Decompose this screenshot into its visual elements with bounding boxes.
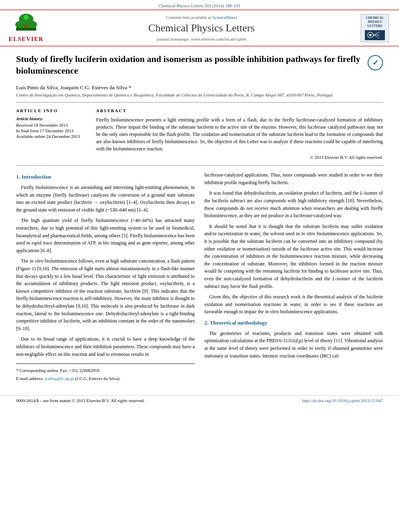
article-info-heading: ARTICLE INFO xyxy=(16,108,86,113)
received-line: Received 18 November 2013 xyxy=(16,123,86,127)
journal-homepage: journal homepage: www.elsevier.com/locat… xyxy=(48,37,355,41)
section2-heading: 2. Theoretical methodology xyxy=(204,319,383,327)
elsevier-wordmark: ELSEVIER xyxy=(9,36,44,43)
abstract-block: ABSTRACT Firefly bioluminescence present… xyxy=(96,108,383,160)
email-label: E-mail address: xyxy=(16,376,44,381)
svg-point-4 xyxy=(27,21,37,28)
intro-para-2: The high quantum yield of firefly biolum… xyxy=(16,217,195,254)
cpl-logo-image xyxy=(365,30,385,40)
title-row: Study of firefly luciferin oxidation and… xyxy=(16,53,383,80)
affiliation: Centro de Investigação em Química, Depar… xyxy=(16,92,383,103)
crossmark-badge: ✓ xyxy=(368,55,383,70)
elsevier-tree-icon xyxy=(12,13,40,35)
final-form-line: In final form 17 December 2013 xyxy=(16,128,86,133)
article-title: Study of firefly luciferin oxidation and… xyxy=(16,53,364,76)
journal-citation: Chemical Physics Letters 502 (2014) 188–… xyxy=(0,0,399,10)
sciencedirect-link[interactable]: ScienceDirect xyxy=(212,15,237,20)
main-content: Study of firefly luciferin oxidation and… xyxy=(0,46,399,391)
body-text: 1. Introduction Firefly bioluminescence … xyxy=(16,171,383,383)
journal-main-title: Chemical Physics Letters xyxy=(48,22,355,34)
cpl-logo-text: CHEMICALPHYSICSLETTERS xyxy=(366,16,384,29)
intro-para-1: Firefly bioluminescence is an astonishin… xyxy=(16,184,195,214)
cpl-logo: CHEMICALPHYSICSLETTERS xyxy=(361,14,389,42)
intro-para-4: Due to its broad range of applications, … xyxy=(16,335,195,358)
issn-text: 0009-2614/$ – see front matter © 2013 El… xyxy=(16,398,145,403)
right-para-1: luciferase-catalyzed applications. Thus,… xyxy=(204,171,383,186)
svg-point-5 xyxy=(24,15,29,20)
footnote-corresponding: * Corresponding author. Fax: +351 226082… xyxy=(16,367,195,374)
contents-line: Contents lists available at ScienceDirec… xyxy=(48,15,355,20)
abstract-text: Firefly bioluminescence presents a light… xyxy=(96,116,383,152)
col-right: luciferase-catalyzed applications. Thus,… xyxy=(204,171,383,383)
top-banner: ELSEVIER Contents lists available at Sci… xyxy=(0,10,399,46)
email-person: (J.C.G. Esteves da Silva). xyxy=(75,376,121,381)
abstract-heading: ABSTRACT xyxy=(96,108,383,113)
right-para-5: The geometries of reactants, products an… xyxy=(204,330,383,359)
article-info: ARTICLE INFO Article history: Received 1… xyxy=(16,108,86,160)
available-line: Available online 24 December 2013 xyxy=(16,134,86,139)
email-link[interactable]: jcsilva@fc.up.pt xyxy=(45,376,74,381)
footnote-block: * Corresponding author. Fax: +351 226082… xyxy=(16,364,195,382)
history-label: Article history: xyxy=(16,116,86,121)
cpl-logo-svg xyxy=(366,30,384,40)
info-abstract-section: ARTICLE INFO Article history: Received 1… xyxy=(16,108,383,166)
elsevier-logo-block: ELSEVIER xyxy=(8,13,44,43)
intro-heading: 1. Introduction xyxy=(16,173,195,181)
svg-point-3 xyxy=(15,21,25,28)
col-left: 1. Introduction Firefly bioluminescence … xyxy=(16,171,195,383)
right-para-4: Given this, the objective of this resear… xyxy=(204,293,383,316)
citation-text: Chemical Physics Letters 502 (2014) 188–… xyxy=(158,3,241,8)
authors-text: Luís Pinto da Silva, Joaquim C.G. Esteve… xyxy=(16,84,132,90)
right-para-3: It should be noted that it is thought th… xyxy=(204,223,383,290)
intro-para-3: The in vitro bioluminescence follows, ev… xyxy=(16,257,195,332)
bottom-bar: 0009-2614/$ – see front matter © 2013 El… xyxy=(0,395,399,405)
svg-point-8 xyxy=(369,34,372,36)
right-para-2: It was found that dehydroluciferin, an o… xyxy=(204,189,383,219)
cpl-logo-box: CHEMICALPHYSICSLETTERS xyxy=(359,14,391,42)
journal-title-block: Contents lists available at ScienceDirec… xyxy=(48,15,355,41)
doi-link[interactable]: http://dx.doi.org/10.1016/j.cplett.2013.… xyxy=(302,398,383,403)
footnote-email: E-mail address: jcsilva@fc.up.pt (J.C.G.… xyxy=(16,375,195,382)
rights-text: © 2013 Elsevier B.V. All rights reserved… xyxy=(96,155,383,160)
authors-line: Luís Pinto da Silva, Joaquim C.G. Esteve… xyxy=(16,84,383,91)
